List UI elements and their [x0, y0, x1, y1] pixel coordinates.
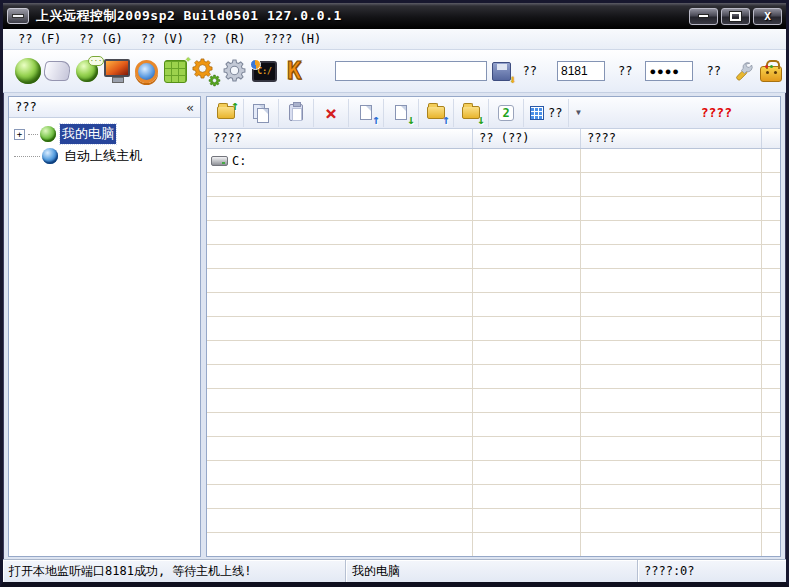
table-cell	[207, 533, 473, 556]
table-cell	[581, 149, 762, 172]
minimize-icon	[698, 14, 709, 18]
view-mode-button[interactable]: ??	[524, 99, 569, 127]
table-cell	[207, 389, 473, 412]
title-bar: 上兴远程控制2009sp2 Build0501 127.0.0.1 X	[3, 3, 786, 29]
tree-item-auto-online-hosts[interactable]: 自动上线主机	[12, 145, 197, 167]
view-dropdown-button[interactable]: ▼	[569, 99, 587, 127]
upload-folder-button[interactable]: ↑	[419, 99, 454, 127]
table-cell	[581, 221, 762, 244]
paste-button[interactable]	[279, 99, 314, 127]
k-gear-icon: K	[287, 57, 301, 85]
refresh-button[interactable]: 2	[489, 99, 524, 127]
column-header-name[interactable]: ????	[207, 129, 473, 148]
host-tree: + 我的电脑 自动上线主机	[9, 118, 200, 172]
table-cell	[473, 365, 581, 388]
globe-icon	[15, 58, 41, 84]
table-cell	[207, 245, 473, 268]
status-message: 打开本地监听端口8181成功, 等待主机上线!	[3, 560, 346, 582]
expander-icon[interactable]: +	[14, 129, 25, 140]
delete-button[interactable]: ×	[314, 99, 349, 127]
webcam-button[interactable]	[131, 55, 161, 87]
table-row	[207, 293, 780, 317]
password-input[interactable]	[645, 61, 693, 81]
save-button[interactable]	[487, 55, 517, 87]
column-header-type[interactable]: ????	[581, 129, 762, 148]
file-table-header: ???? ?? (??) ????	[207, 129, 780, 149]
scroll-icon	[43, 61, 73, 81]
table-cell	[207, 221, 473, 244]
table-cell	[762, 509, 780, 532]
table-cell	[473, 197, 581, 220]
gears-orange-icon	[191, 57, 219, 85]
copy-button[interactable]	[244, 99, 279, 127]
wrench-button[interactable]	[727, 55, 757, 87]
menu-help[interactable]: ???? (H)	[256, 30, 328, 48]
table-cell	[207, 341, 473, 364]
toolbox-button[interactable]	[756, 55, 786, 87]
terminal-button[interactable]: C:/	[250, 55, 280, 87]
column-header-size[interactable]: ?? (??)	[473, 129, 581, 148]
upload-file-button[interactable]: ↑	[349, 99, 384, 127]
down-arrow-icon: ↓	[477, 113, 485, 126]
tree-item-label: 我的电脑	[60, 124, 116, 144]
table-cell	[762, 413, 780, 436]
tree-connector	[14, 156, 40, 157]
globe-chat-icon: ···	[76, 60, 98, 82]
menu-manage[interactable]: ?? (G)	[72, 30, 129, 48]
status-count: ????:0?	[638, 560, 786, 582]
system-menu-button[interactable]	[7, 8, 29, 24]
up-arrow-icon: ↑	[372, 113, 380, 126]
maximize-icon	[730, 12, 741, 21]
address-input[interactable]	[335, 61, 487, 81]
file-panel: ↑ × ↑ ↓ ↑ ↓ 2	[206, 96, 781, 557]
menu-file[interactable]: ?? (F)	[11, 30, 68, 48]
wrench-icon	[731, 60, 753, 82]
table-cell	[473, 317, 581, 340]
app-window: 上兴远程控制2009sp2 Build0501 127.0.0.1 X ?? (…	[0, 0, 789, 587]
table-row	[207, 245, 780, 269]
sidebar-header: ??? «	[9, 97, 200, 118]
table-row	[207, 461, 780, 485]
table-cell	[581, 389, 762, 412]
tree-item-my-computer[interactable]: + 我的电脑	[12, 123, 197, 145]
drive-label: C:	[232, 154, 246, 168]
menu-bar: ?? (F) ?? (G) ?? (V) ?? (R) ???? (H)	[3, 29, 786, 50]
globe-chat-button[interactable]: ···	[72, 55, 102, 87]
menu-run[interactable]: ?? (R)	[195, 30, 252, 48]
port-input[interactable]	[557, 61, 605, 81]
registry-button[interactable]	[161, 55, 191, 87]
close-button[interactable]: X	[753, 8, 782, 25]
k-tool-button[interactable]: K	[279, 55, 309, 87]
status-bar: 打开本地监听端口8181成功, 等待主机上线! 我的电脑 ????:0?	[3, 559, 786, 582]
download-folder-button[interactable]: ↓	[454, 99, 489, 127]
script-button[interactable]	[43, 55, 73, 87]
screen-view-button[interactable]	[102, 55, 132, 87]
table-cell	[473, 437, 581, 460]
settings-button[interactable]	[220, 55, 250, 87]
process-settings-button[interactable]	[191, 55, 221, 87]
table-row	[207, 533, 780, 556]
folder-up-button[interactable]: ↑	[209, 99, 244, 127]
download-file-button[interactable]: ↓	[384, 99, 419, 127]
table-cell	[207, 437, 473, 460]
sidebar-collapse-button[interactable]: «	[186, 101, 194, 114]
maximize-button[interactable]	[721, 8, 750, 25]
table-row[interactable]: C:	[207, 149, 780, 173]
column-header-extra[interactable]	[762, 129, 780, 148]
menu-view[interactable]: ?? (V)	[134, 30, 191, 48]
globe-button[interactable]	[13, 55, 43, 87]
minimize-button[interactable]	[689, 8, 718, 25]
monitor-icon	[104, 59, 130, 77]
table-cell	[581, 269, 762, 292]
computer-globe-icon	[40, 126, 56, 142]
table-cell	[762, 149, 780, 172]
drive-icon	[211, 156, 228, 166]
tree-item-label: 自动上线主机	[62, 146, 144, 166]
download-file-icon	[395, 105, 407, 120]
table-cell	[207, 197, 473, 220]
table-row	[207, 485, 780, 509]
table-cell	[473, 221, 581, 244]
table-row	[207, 413, 780, 437]
save-floppy-icon	[492, 62, 511, 81]
table-cell	[473, 149, 581, 172]
